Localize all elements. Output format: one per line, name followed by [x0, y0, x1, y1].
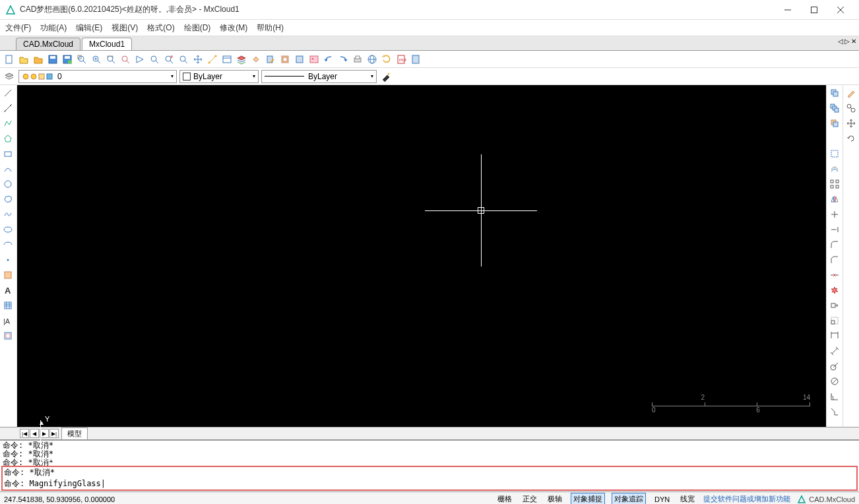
maximize-button[interactable] [801, 1, 827, 19]
offset-icon[interactable] [828, 162, 841, 175]
menu-modify[interactable]: 修改(M) [220, 22, 247, 34]
scale-icon[interactable] [828, 314, 841, 327]
dim-radius-icon[interactable] [828, 360, 841, 373]
tab-prev-icon[interactable]: ◁ [838, 38, 843, 45]
tab-cad-mxcloud[interactable]: CAD.MxCloud [16, 38, 80, 50]
zoom-center-icon[interactable] [162, 53, 175, 66]
close-button[interactable] [827, 1, 854, 19]
minimize-button[interactable] [775, 1, 801, 19]
chamfer-icon[interactable] [828, 253, 841, 267]
stretch-icon[interactable] [828, 299, 841, 312]
linetype-dropdown[interactable]: ByLayer ▾ [261, 70, 377, 83]
trim-icon[interactable] [828, 208, 841, 221]
insert-icon[interactable] [293, 53, 306, 66]
tab-next-icon[interactable]: ▶ [40, 429, 49, 438]
model-tab[interactable]: 模型 [61, 427, 88, 440]
save-icon[interactable] [46, 53, 59, 66]
tab-close-icon[interactable]: ✕ [851, 38, 856, 45]
select-window-icon[interactable] [828, 147, 841, 160]
region-tool-icon[interactable] [1, 329, 15, 342]
text-tool-icon[interactable]: A [1, 284, 15, 297]
rotate-icon[interactable] [844, 132, 858, 145]
zoom-in-icon[interactable] [90, 53, 103, 66]
export-icon[interactable] [409, 53, 422, 66]
zoom-realtime-icon[interactable] [119, 53, 132, 66]
color-dropdown[interactable]: ByLayer ▾ [179, 70, 259, 83]
circle-tool-icon[interactable] [1, 177, 15, 191]
zoom-window-icon[interactable] [75, 53, 88, 66]
grid-toggle[interactable]: 栅格 [495, 493, 514, 504]
fillet-icon[interactable] [828, 238, 841, 251]
matchprop-icon[interactable] [379, 70, 393, 83]
mirror-icon[interactable] [828, 193, 841, 206]
rectangle-tool-icon[interactable] [1, 147, 15, 160]
menu-function[interactable]: 功能(A) [40, 22, 67, 34]
block-insert-icon[interactable] [1, 268, 15, 282]
array-icon[interactable] [828, 177, 841, 191]
menu-help[interactable]: 帮助(H) [257, 22, 284, 34]
open-file-icon[interactable] [17, 53, 30, 66]
tab-prev-icon[interactable]: ◀ [30, 429, 39, 438]
pan-icon[interactable] [191, 53, 205, 66]
open-folder-icon[interactable] [32, 53, 45, 66]
copy-properties-icon[interactable] [264, 53, 277, 66]
lineweight-toggle[interactable]: 线宽 [678, 493, 697, 504]
move-icon[interactable] [844, 117, 858, 130]
dim-diameter-icon[interactable] [828, 375, 841, 388]
zoom-all-icon[interactable] [148, 53, 161, 66]
move-circular-icon[interactable] [844, 102, 858, 115]
image-icon[interactable] [307, 53, 321, 66]
point-tool-icon[interactable] [1, 253, 15, 267]
drawing-canvas[interactable]: ▲ Y ▶ X 214 06 [17, 85, 826, 427]
copy-icon[interactable] [828, 86, 841, 100]
extend-icon[interactable] [828, 223, 841, 236]
ortho-toggle[interactable]: 正交 [521, 493, 539, 504]
revision-cloud-icon[interactable] [1, 193, 15, 206]
construction-line-icon[interactable] [1, 102, 15, 115]
menu-edit[interactable]: 编辑(E) [76, 22, 102, 34]
measure-icon[interactable] [206, 53, 219, 66]
redo-icon[interactable] [336, 53, 350, 66]
pdf-icon[interactable]: PDF [395, 53, 408, 66]
print-icon[interactable] [351, 53, 364, 66]
otrack-toggle[interactable]: 对象追踪 [612, 493, 646, 504]
dim-aligned-icon[interactable] [828, 344, 841, 358]
menu-format[interactable]: 格式(O) [147, 22, 174, 34]
polar-toggle[interactable]: 极轴 [546, 493, 564, 504]
layer-dropdown[interactable]: 0 ▾ [18, 70, 177, 83]
spline-tool-icon[interactable] [1, 208, 15, 221]
osnap-toggle[interactable]: 对象捕捉 [571, 493, 605, 504]
menu-file[interactable]: 文件(F) [5, 22, 31, 34]
zoom-previous-icon[interactable] [133, 53, 146, 66]
paste-icon[interactable] [828, 117, 841, 130]
feedback-link[interactable]: 提交软件问题或增加新功能 [703, 494, 790, 504]
dim-linear-icon[interactable] [828, 329, 841, 342]
erase-icon[interactable] [249, 53, 263, 66]
copy-multiple-icon[interactable] [828, 102, 841, 115]
tab-last-icon[interactable]: ▶| [49, 429, 59, 438]
menu-view[interactable]: 视图(V) [111, 22, 138, 34]
explode-icon[interactable] [828, 284, 841, 297]
web-icon[interactable] [366, 53, 379, 66]
tab-first-icon[interactable]: |◀ [20, 429, 29, 438]
zoom-dynamic-icon[interactable] [177, 53, 190, 66]
tab-next-icon[interactable]: ▷ [844, 38, 850, 45]
menu-draw[interactable]: 绘图(D) [184, 22, 211, 34]
edit-icon[interactable] [844, 86, 858, 100]
leader-icon[interactable] [828, 405, 841, 418]
polyline-tool-icon[interactable] [1, 117, 15, 130]
break-icon[interactable] [828, 268, 841, 282]
hatch-tool-icon[interactable] [1, 299, 15, 312]
mtext-tool-icon[interactable]: |A [1, 314, 15, 327]
undo-icon[interactable] [322, 53, 335, 66]
refresh-icon[interactable] [380, 53, 393, 66]
polygon-tool-icon[interactable] [1, 132, 15, 145]
layers-icon[interactable] [235, 53, 248, 66]
dim-angular-icon[interactable] [828, 390, 841, 403]
ellipse-arc-icon[interactable] [1, 238, 15, 251]
arc-tool-icon[interactable] [1, 162, 15, 175]
tab-mxcloud1[interactable]: MxCloud1 [82, 38, 132, 50]
layer-manager-icon[interactable] [3, 70, 16, 83]
block-icon[interactable] [278, 53, 292, 66]
save-as-icon[interactable] [61, 53, 74, 66]
